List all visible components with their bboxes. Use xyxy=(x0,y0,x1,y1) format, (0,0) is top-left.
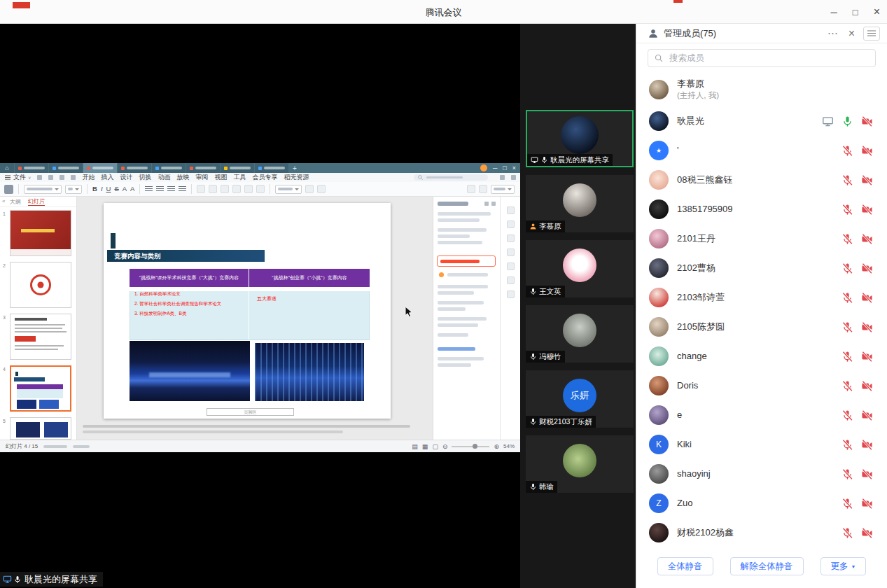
wps-menu-item[interactable]: 动画 xyxy=(158,173,170,182)
mic-muted-icon[interactable] xyxy=(841,439,853,451)
account-avatar[interactable] xyxy=(480,164,487,172)
member-row[interactable]: 2102曹杨 xyxy=(636,253,887,283)
toolbar-dropdown[interactable] xyxy=(275,185,302,194)
toolbar-button[interactable] xyxy=(244,185,253,193)
new-tab-button[interactable]: + xyxy=(289,163,300,173)
video-thumbnail[interactable]: 王文英 xyxy=(526,240,634,298)
camera-muted-icon[interactable] xyxy=(861,145,873,157)
member-row[interactable]: Doris xyxy=(636,371,887,400)
toolbar-button[interactable] xyxy=(221,185,229,193)
mic-muted-icon[interactable] xyxy=(841,174,853,186)
document-tab[interactable] xyxy=(83,163,117,173)
screen-share-icon[interactable] xyxy=(822,115,834,127)
slide-thumbnail-1[interactable] xyxy=(10,210,71,256)
video-thumbnail[interactable]: 韩瑜 xyxy=(526,435,634,493)
zoom-in-icon[interactable]: ⊕ xyxy=(494,443,499,450)
paste-button[interactable] xyxy=(4,185,13,194)
toolbar-button[interactable] xyxy=(479,185,487,193)
home-tab[interactable]: ⌂ xyxy=(0,163,14,173)
collapse-panel-icon[interactable]: « xyxy=(2,198,5,204)
mic-muted-icon[interactable] xyxy=(841,468,853,480)
wps-menu-item[interactable]: 会员专享 xyxy=(252,173,277,182)
toolbar-button[interactable] xyxy=(197,185,205,193)
camera-muted-icon[interactable] xyxy=(861,292,873,304)
camera-muted-icon[interactable] xyxy=(861,380,873,392)
slide-thumbnail-4-selected[interactable] xyxy=(10,365,71,412)
view-play-icon[interactable]: ▢ xyxy=(432,443,438,450)
toolbar-button[interactable] xyxy=(232,185,241,193)
slide-thumbnail-2[interactable] xyxy=(10,262,71,308)
member-row[interactable]: ZZuo xyxy=(636,489,887,518)
toolbar-button[interactable] xyxy=(305,185,314,193)
camera-muted-icon[interactable] xyxy=(861,174,873,186)
toolbar-button[interactable] xyxy=(467,185,475,193)
align-button[interactable] xyxy=(145,186,153,192)
member-row[interactable]: KKiki xyxy=(636,430,887,459)
align-button[interactable] xyxy=(167,186,175,192)
quick-icon[interactable] xyxy=(511,175,516,180)
video-thumbnail[interactable]: 李慕原 xyxy=(526,175,634,232)
member-row[interactable]: ★' xyxy=(636,136,887,165)
wps-maximize-button[interactable]: □ xyxy=(503,164,506,172)
format-a-button[interactable]: A xyxy=(123,186,127,192)
mic-muted-icon[interactable] xyxy=(841,498,853,510)
file-menu[interactable]: 文件 ∨ xyxy=(4,173,31,182)
mic-muted-icon[interactable] xyxy=(841,204,853,216)
zoom-out-icon[interactable]: ⊖ xyxy=(442,443,448,450)
mic-muted-icon[interactable] xyxy=(841,380,853,392)
tab-outline[interactable]: 大纲 xyxy=(10,198,21,206)
search-input[interactable] xyxy=(668,52,869,64)
quick-icon[interactable] xyxy=(37,175,42,180)
format-i-button[interactable]: I xyxy=(101,186,103,192)
document-tab[interactable] xyxy=(152,163,186,173)
member-row[interactable]: 耿晨光 xyxy=(636,106,887,136)
member-row[interactable]: 李慕原(主持人, 我) xyxy=(636,73,887,106)
mute-all-button[interactable]: 全体静音 xyxy=(657,557,713,575)
wps-menu-item[interactable]: 设计 xyxy=(120,173,132,182)
wps-menu-item[interactable]: 放映 xyxy=(176,173,189,182)
align-button[interactable] xyxy=(156,186,164,192)
format-u-button[interactable]: U xyxy=(106,186,111,192)
camera-muted-icon[interactable] xyxy=(861,498,873,510)
slide-thumbnail-5[interactable] xyxy=(10,417,71,440)
camera-muted-icon[interactable] xyxy=(861,468,873,480)
wps-menu-item[interactable]: 视图 xyxy=(214,173,227,182)
camera-muted-icon[interactable] xyxy=(861,410,873,421)
mic-muted-icon[interactable] xyxy=(841,145,853,157)
panel-close-icon[interactable]: × xyxy=(848,28,855,39)
format-a-button[interactable]: A xyxy=(130,186,134,192)
toolbar-button[interactable] xyxy=(256,185,265,193)
camera-muted-icon[interactable] xyxy=(861,439,873,451)
zoom-slider[interactable] xyxy=(452,446,489,447)
member-row[interactable]: e xyxy=(636,400,887,430)
mic-muted-icon[interactable] xyxy=(841,527,853,539)
mic-muted-icon[interactable] xyxy=(841,351,853,363)
align-button[interactable] xyxy=(179,186,186,192)
wps-menu-item[interactable]: 插入 xyxy=(101,173,113,182)
wps-menu-item[interactable]: 审阅 xyxy=(195,173,208,182)
camera-muted-icon[interactable] xyxy=(861,262,873,274)
unmute-all-button[interactable]: 解除全体静音 xyxy=(730,557,804,575)
video-thumbnail[interactable]: 乐妍财税2103丁乐妍 xyxy=(526,370,634,428)
search-commands[interactable] xyxy=(414,174,488,181)
window-titlebar[interactable]: 腾讯会议 ─ □ × xyxy=(0,0,887,24)
mic-active-icon[interactable] xyxy=(841,115,853,127)
document-tab[interactable] xyxy=(221,163,254,173)
pane-alert-box[interactable] xyxy=(437,255,496,267)
mic-muted-icon[interactable] xyxy=(841,233,853,245)
more-options-icon[interactable]: ⋯ xyxy=(827,27,839,40)
more-button[interactable]: 更多▼ xyxy=(820,557,867,575)
toolbar-dropdown[interactable] xyxy=(65,185,82,194)
document-tab[interactable] xyxy=(118,163,151,173)
document-tab[interactable] xyxy=(49,163,83,173)
format-s-button[interactable]: S xyxy=(114,186,118,192)
mic-muted-icon[interactable] xyxy=(841,321,853,333)
camera-muted-icon[interactable] xyxy=(861,527,873,539)
member-row[interactable]: shaoyinj xyxy=(636,459,887,489)
quick-icon[interactable] xyxy=(48,175,53,180)
video-thumbnail[interactable]: 冯穆竹 xyxy=(526,305,634,363)
wps-menu-item[interactable]: 稻壳资源 xyxy=(284,173,309,182)
quick-icon[interactable] xyxy=(500,175,505,180)
member-row[interactable]: 2105陈梦圆 xyxy=(636,312,887,342)
mic-muted-icon[interactable] xyxy=(841,262,853,274)
